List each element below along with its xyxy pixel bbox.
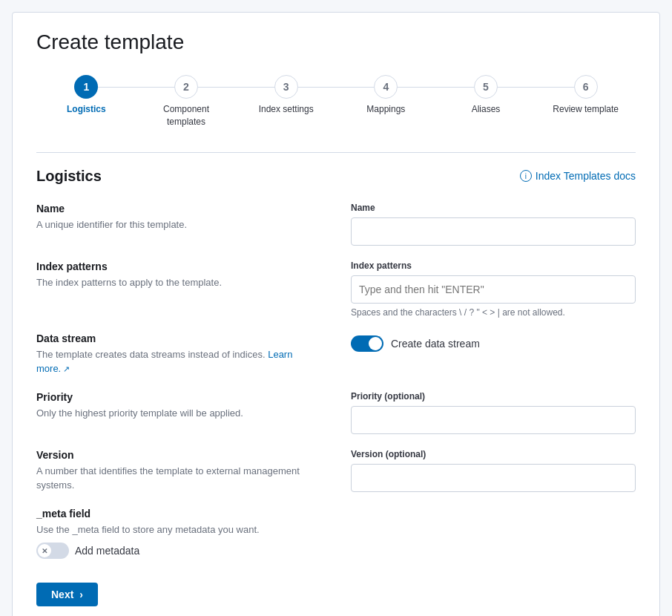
step-circle-2: 2 bbox=[174, 75, 198, 99]
docs-link[interactable]: i Index Templates docs bbox=[520, 170, 636, 182]
step-label-3: Index settings bbox=[259, 103, 314, 116]
index-patterns-left: Index patterns The index patterns to app… bbox=[36, 261, 336, 318]
step-4: 4 Mappings bbox=[336, 75, 436, 116]
meta-left: _meta field Use the _meta field to store… bbox=[36, 508, 336, 560]
name-left-desc: A unique identifier for this template. bbox=[36, 217, 306, 232]
priority-left-title: Priority bbox=[36, 391, 306, 403]
meta-toggle[interactable]: ✕ bbox=[36, 543, 69, 559]
step-6: 6 Review template bbox=[536, 75, 636, 116]
chevron-right-icon: › bbox=[79, 589, 83, 600]
data-stream-toggle-label: Create data stream bbox=[391, 338, 480, 350]
meta-left-desc: Use the _meta field to store any metadat… bbox=[36, 522, 306, 537]
step-circle-1: 1 bbox=[74, 75, 98, 99]
priority-input[interactable] bbox=[351, 406, 636, 434]
name-left: Name A unique identifier for this templa… bbox=[36, 203, 336, 246]
version-left: Version A number that identifies the tem… bbox=[36, 449, 336, 493]
priority-left: Priority Only the highest priority templ… bbox=[36, 391, 336, 434]
step-circle-3: 3 bbox=[274, 75, 298, 99]
step-2: 2 Componenttemplates bbox=[136, 75, 237, 128]
name-left-title: Name bbox=[36, 203, 306, 214]
section-divider bbox=[36, 152, 636, 153]
stepper: 1 Logistics 2 Componenttemplates 3 Index… bbox=[36, 75, 636, 128]
priority-row: Priority Only the highest priority templ… bbox=[36, 391, 636, 434]
step-5: 5 Aliases bbox=[436, 75, 536, 116]
page-container: Create template 1 Logistics 2 Componentt… bbox=[12, 12, 660, 616]
toggle-x-icon: ✕ bbox=[42, 547, 47, 555]
version-left-title: Version bbox=[36, 449, 306, 461]
meta-toggle-row: ✕ Add metadata bbox=[36, 543, 306, 559]
priority-input-label: Priority (optional) bbox=[351, 391, 636, 402]
data-stream-right: Create data stream bbox=[336, 332, 636, 376]
index-patterns-row: Index patterns The index patterns to app… bbox=[36, 261, 636, 318]
version-left-desc: A number that identifies the template to… bbox=[36, 464, 306, 493]
index-patterns-input[interactable] bbox=[351, 275, 636, 304]
page-title: Create template bbox=[36, 30, 636, 54]
step-circle-4: 4 bbox=[374, 75, 398, 99]
data-stream-toggle-row: Create data stream bbox=[351, 335, 636, 352]
info-icon: i bbox=[520, 170, 532, 182]
name-input-label: Name bbox=[351, 203, 636, 213]
index-patterns-left-title: Index patterns bbox=[36, 261, 306, 272]
step-1: 1 Logistics bbox=[36, 75, 136, 116]
step-circle-6: 6 bbox=[574, 75, 598, 99]
meta-row: _meta field Use the _meta field to store… bbox=[36, 508, 636, 560]
meta-left-title: _meta field bbox=[36, 508, 306, 520]
step-label-1: Logistics bbox=[67, 103, 106, 116]
learn-more-link[interactable]: Learn more. bbox=[36, 349, 292, 375]
name-right: Name bbox=[336, 203, 636, 246]
step-circle-5: 5 bbox=[474, 75, 498, 99]
priority-right: Priority (optional) bbox=[336, 391, 636, 434]
name-input[interactable] bbox=[351, 217, 636, 246]
data-stream-left-desc: The template creates data streams instea… bbox=[36, 347, 306, 376]
docs-link-label: Index Templates docs bbox=[536, 170, 636, 182]
name-row: Name A unique identifier for this templa… bbox=[36, 203, 636, 246]
footer: Next › bbox=[36, 577, 636, 606]
data-stream-left: Data stream The template creates data st… bbox=[36, 332, 336, 376]
index-patterns-left-desc: The index patterns to apply to the templ… bbox=[36, 275, 306, 290]
step-label-5: Aliases bbox=[472, 103, 501, 116]
index-patterns-hint: Spaces and the characters \ / ? " < > | … bbox=[351, 307, 636, 318]
priority-left-desc: Only the highest priority template will … bbox=[36, 406, 306, 421]
meta-toggle-label: Add metadata bbox=[75, 545, 139, 557]
version-row: Version A number that identifies the tem… bbox=[36, 449, 636, 493]
section-header-row: Logistics i Index Templates docs bbox=[36, 168, 636, 185]
section-title: Logistics bbox=[36, 168, 102, 185]
version-input-label: Version (optional) bbox=[351, 449, 636, 459]
data-stream-toggle[interactable] bbox=[351, 335, 383, 352]
version-input[interactable] bbox=[351, 464, 636, 492]
index-patterns-input-label: Index patterns bbox=[351, 261, 636, 271]
version-right: Version (optional) bbox=[336, 449, 636, 493]
data-stream-row: Data stream The template creates data st… bbox=[36, 332, 636, 376]
step-label-4: Mappings bbox=[366, 103, 405, 116]
step-3: 3 Index settings bbox=[236, 75, 336, 116]
index-patterns-right: Index patterns Spaces and the characters… bbox=[336, 261, 636, 318]
step-label-2: Componenttemplates bbox=[163, 103, 209, 128]
data-stream-left-title: Data stream bbox=[36, 332, 306, 344]
meta-toggle-thumb: ✕ bbox=[38, 544, 51, 557]
next-button[interactable]: Next › bbox=[36, 583, 98, 606]
toggle-thumb bbox=[369, 337, 382, 350]
step-label-6: Review template bbox=[553, 103, 619, 116]
next-button-label: Next bbox=[51, 589, 73, 600]
meta-right bbox=[336, 508, 636, 560]
